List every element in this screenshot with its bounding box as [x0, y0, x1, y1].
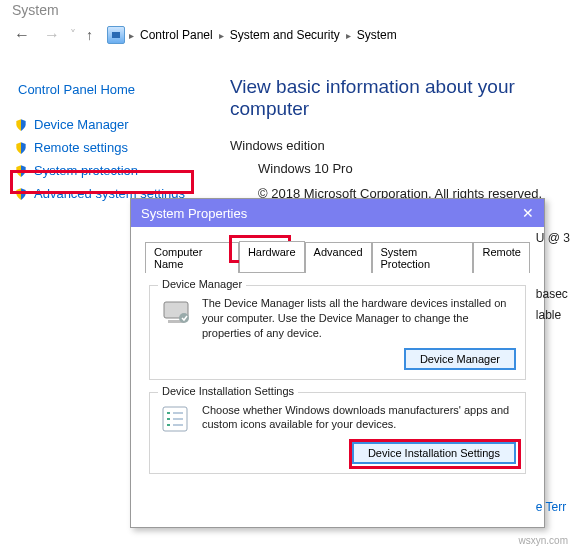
forward-arrow-icon: →: [40, 24, 64, 46]
crumb-system-security[interactable]: System and Security: [228, 26, 342, 44]
nav-history-dropdown-icon[interactable]: ˅: [70, 28, 76, 42]
control-panel-home-link[interactable]: Control Panel Home: [18, 82, 206, 97]
device-installation-text: Choose whether Windows downloads manufac…: [202, 403, 515, 433]
address-breadcrumb[interactable]: ▸ Control Panel ▸ System and Security ▸ …: [107, 26, 399, 44]
main-content: View basic information about your comput…: [220, 60, 572, 219]
shield-icon: [14, 118, 28, 132]
dialog-titlebar[interactable]: System Properties ✕: [131, 199, 544, 227]
background-link[interactable]: e Terr: [536, 497, 570, 519]
watermark-text: wsxyn.com: [519, 535, 568, 546]
dialog-title-text: System Properties: [141, 206, 247, 221]
crumb-system[interactable]: System: [355, 26, 399, 44]
tab-remote[interactable]: Remote: [473, 242, 530, 273]
device-installation-settings-button[interactable]: Device Installation Settings: [353, 443, 515, 463]
shield-icon: [14, 187, 28, 201]
chevron-right-icon[interactable]: ▸: [129, 30, 134, 41]
windows-edition-value: Windows 10 Pro: [258, 161, 562, 176]
device-installation-settings-group: Device Installation Settings Choose whet…: [149, 392, 526, 474]
tab-strip: Computer Name Hardware Advanced System P…: [145, 241, 530, 272]
close-icon[interactable]: ✕: [522, 205, 534, 221]
group-title: Device Installation Settings: [158, 385, 298, 397]
chevron-right-icon[interactable]: ▸: [219, 30, 224, 41]
tab-system-protection[interactable]: System Protection: [372, 242, 474, 273]
device-manager-text: The Device Manager lists all the hardwar…: [202, 296, 515, 341]
device-manager-button[interactable]: Device Manager: [405, 349, 515, 369]
chevron-right-icon[interactable]: ▸: [346, 30, 351, 41]
windows-edition-label: Windows edition: [230, 138, 562, 153]
crumb-control-panel[interactable]: Control Panel: [138, 26, 215, 44]
back-arrow-icon[interactable]: ←: [10, 24, 34, 46]
tab-advanced[interactable]: Advanced: [305, 242, 372, 273]
device-manager-icon: [160, 296, 192, 328]
tab-hardware[interactable]: Hardware: [239, 241, 305, 272]
svg-point-2: [179, 313, 189, 323]
sidebar-item-system-protection[interactable]: System protection: [34, 163, 138, 178]
up-arrow-icon[interactable]: ↑: [82, 27, 97, 43]
group-title: Device Manager: [158, 278, 246, 290]
shield-icon: [14, 141, 28, 155]
background-partial-text: U @ 3 basec lable e Terr: [536, 228, 570, 518]
navigation-bar: ← → ˅ ↑ ▸ Control Panel ▸ System and Sec…: [0, 20, 572, 50]
sidebar-item-remote-settings[interactable]: Remote settings: [34, 140, 128, 155]
sidebar: Control Panel Home Device Manager Remote…: [0, 60, 220, 219]
window-title: System: [0, 0, 572, 20]
system-properties-dialog: System Properties ✕ Computer Name Hardwa…: [130, 198, 545, 528]
sidebar-item-device-manager[interactable]: Device Manager: [34, 117, 129, 132]
control-panel-icon: [107, 26, 125, 44]
settings-list-icon: [160, 403, 192, 435]
device-manager-group: Device Manager The Device Manager lists …: [149, 285, 526, 380]
tab-computer-name[interactable]: Computer Name: [145, 242, 239, 273]
shield-icon: [14, 164, 28, 178]
page-heading: View basic information about your comput…: [230, 76, 562, 120]
